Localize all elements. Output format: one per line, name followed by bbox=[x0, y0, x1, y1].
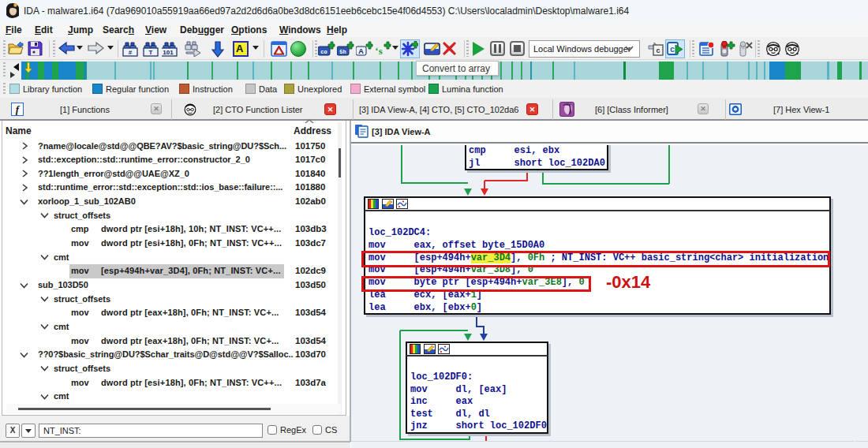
svg-text:co: co bbox=[320, 49, 327, 55]
svg-text:#: # bbox=[129, 49, 133, 56]
svg-text:A: A bbox=[358, 47, 364, 55]
svg-text:101: 101 bbox=[163, 49, 174, 56]
svg-text:T: T bbox=[149, 49, 153, 56]
svg-text:c: c bbox=[670, 45, 675, 54]
svg-text:c: c bbox=[656, 47, 660, 54]
svg-text:‘s: ‘s bbox=[375, 45, 382, 57]
svg-text:5h: 5h bbox=[339, 49, 346, 55]
